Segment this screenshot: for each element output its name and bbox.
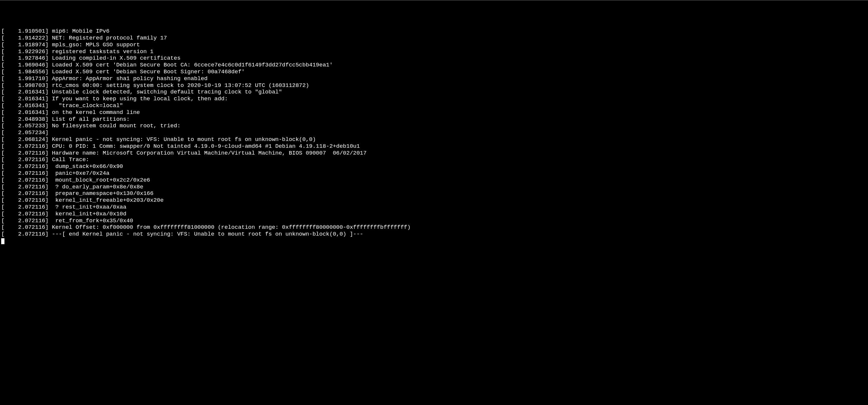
log-line: [ 2.072116] kernel_init+0xa/0x10d bbox=[1, 211, 867, 217]
log-line: [ 1.922926] registered taskstats version… bbox=[1, 49, 867, 55]
log-line: [ 2.072116] dump_stack+0x66/0x90 bbox=[1, 163, 867, 170]
log-line: [ 2.068124] Kernel panic - not syncing: … bbox=[1, 136, 867, 143]
log-line: [ 2.072116] ret_from_fork+0x35/0x40 bbox=[1, 217, 867, 224]
log-line: [ 1.984556] Loaded X.509 cert 'Debian Se… bbox=[1, 68, 867, 75]
log-line: [ 1.969046] Loaded X.509 cert 'Debian Se… bbox=[1, 62, 867, 68]
log-line: [ 1.927846] Loading compiled-in X.509 ce… bbox=[1, 55, 867, 62]
log-line: [ 2.072116] Hardware name: Microsoft Cor… bbox=[1, 150, 867, 157]
log-line: [ 2.072116] prepare_namespace+0x130/0x16… bbox=[1, 190, 867, 197]
log-line: [ 2.072116] Call Trace: bbox=[1, 156, 867, 163]
log-line: [ 2.072116] kernel_init_freeable+0x203/0… bbox=[1, 197, 867, 204]
log-line: [ 1.991710] AppArmor: AppArmor sha1 poli… bbox=[1, 75, 867, 82]
log-line: [ 2.072116] ? rest_init+0xaa/0xaa bbox=[1, 204, 867, 211]
log-line: [ 2.072116] mount_block_root+0x2c2/0x2e6 bbox=[1, 177, 867, 184]
log-line: [ 2.016341] "trace_clock=local" bbox=[1, 102, 867, 109]
kernel-log-output: [ 1.910501] mip6: Mobile IPv6[ 1.914222]… bbox=[1, 28, 867, 238]
log-line: [ 2.057233] No filesystem could mount ro… bbox=[1, 123, 867, 129]
log-line: [ 2.072116] ? do_early_param+0x8e/0x8e bbox=[1, 184, 867, 190]
log-line: [ 2.072116] CPU: 0 PID: 1 Comm: swapper/… bbox=[1, 143, 867, 150]
terminal-cursor bbox=[1, 238, 4, 244]
log-line: [ 2.016341] on the kernel command line bbox=[1, 109, 867, 116]
log-line: [ 2.057234] bbox=[1, 129, 867, 136]
log-line: [ 2.048938] List of all partitions: bbox=[1, 116, 867, 123]
log-line: [ 2.072116] panic+0xe7/0x24a bbox=[1, 170, 867, 177]
log-line: [ 2.072116] ---[ end Kernel panic - not … bbox=[1, 231, 867, 238]
log-line: [ 2.016341] If you want to keep using th… bbox=[1, 96, 867, 102]
log-line: [ 2.016341] Unstable clock detected, swi… bbox=[1, 89, 867, 96]
log-line: [ 1.910501] mip6: Mobile IPv6 bbox=[1, 28, 867, 35]
log-line: [ 1.914222] NET: Registered protocol fam… bbox=[1, 35, 867, 41]
log-line: [ 1.918974] mpls_gso: MPLS GSO support bbox=[1, 41, 867, 49]
log-line: [ 2.072116] Kernel Offset: 0xf000000 fro… bbox=[1, 224, 867, 231]
log-line: [ 1.998703] rtc_cmos 00:00: setting syst… bbox=[1, 82, 867, 89]
